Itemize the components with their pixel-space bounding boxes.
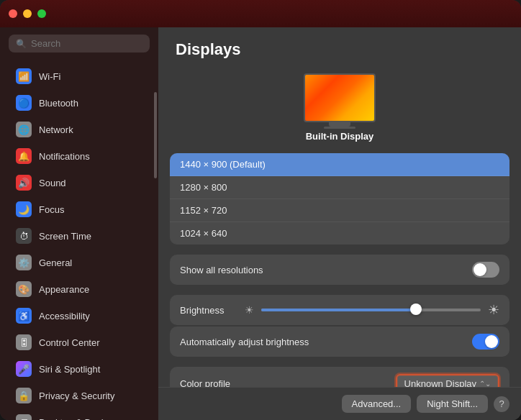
resolution-item[interactable]: 1152 × 720 xyxy=(170,199,509,222)
show-all-toggle-thumb xyxy=(474,263,486,276)
sidebar-icon-siri: 🎤 xyxy=(16,361,32,377)
settings-panel: Built-in Display 1440 × 900 (Default)128… xyxy=(158,66,521,387)
sidebar-label-notifications: Notifications xyxy=(39,151,90,162)
sidebar-item-desktop[interactable]: 🖥 Desktop & Dock xyxy=(6,409,153,420)
sidebar-icon-focus: 🌙 xyxy=(16,201,32,217)
sidebar-item-privacy[interactable]: 🔒 Privacy & Security xyxy=(6,383,153,408)
sidebar-label-focus: Focus xyxy=(39,204,64,215)
sidebar-label-bluetooth: Bluetooth xyxy=(39,98,78,109)
sidebar-item-focus[interactable]: 🌙 Focus xyxy=(6,196,153,222)
sidebar-icon-desktop: 🖥 xyxy=(16,414,32,420)
auto-brightness-toggle[interactable] xyxy=(472,334,499,350)
sidebar-label-wifi: Wi-Fi xyxy=(39,71,60,82)
brightness-high-icon: ☀ xyxy=(488,302,499,318)
resolution-section: 1440 × 900 (Default)1280 × 8001152 × 720… xyxy=(170,153,509,245)
search-icon: 🔍 xyxy=(16,39,27,49)
brightness-thumb[interactable] xyxy=(410,303,422,315)
sidebar-icon-bluetooth: 🔵 xyxy=(16,95,32,111)
sidebar-item-notifications[interactable]: 🔔 Notifications xyxy=(6,143,153,169)
sidebar-label-desktop: Desktop & Dock xyxy=(39,417,106,421)
scroll-track xyxy=(153,70,157,420)
search-box[interactable]: 🔍 xyxy=(9,35,150,52)
sidebar-item-siri[interactable]: 🎤 Siri & Spotlight xyxy=(6,356,153,382)
sidebar-label-control: Control Center xyxy=(39,337,100,348)
sidebar-item-wifi[interactable]: 📶 Wi-Fi xyxy=(6,63,153,89)
search-input[interactable] xyxy=(31,38,142,49)
sidebar-label-appearance: Appearance xyxy=(39,284,89,295)
auto-brightness-thumb xyxy=(485,335,498,348)
sidebar-icon-appearance: 🎨 xyxy=(16,281,32,297)
sidebar-label-general: General xyxy=(39,257,72,268)
sidebar-item-accessibility[interactable]: ♿ Accessibility xyxy=(6,303,153,329)
sidebar-item-bluetooth[interactable]: 🔵 Bluetooth xyxy=(6,90,153,116)
display-label: Built-in Display xyxy=(306,131,374,142)
sidebar-item-general[interactable]: ⚙️ General xyxy=(6,250,153,275)
bottom-bar: Advanced... Night Shift... ? xyxy=(158,387,521,420)
display-preview: Built-in Display xyxy=(170,66,509,153)
sidebar-icon-wifi: 📶 xyxy=(16,68,32,84)
title-bar xyxy=(0,0,521,27)
sidebar-icon-control: 🎛 xyxy=(16,334,32,350)
sidebar-label-accessibility: Accessibility xyxy=(39,311,90,321)
chevron-icon: ⌃⌄ xyxy=(479,380,491,387)
color-profile-dropdown[interactable]: Unknown Display ⌃⌄ xyxy=(396,374,499,387)
show-all-label: Show all resolutions xyxy=(180,265,263,275)
sidebar-icon-general: ⚙️ xyxy=(16,255,32,270)
sidebar-label-network: Network xyxy=(39,124,73,135)
color-profile-row: Color profile Unknown Display ⌃⌄ xyxy=(170,367,509,387)
sidebar-icon-notifications: 🔔 xyxy=(16,148,32,164)
brightness-low-icon: ☀ xyxy=(245,304,254,316)
sidebar-icon-privacy: 🔒 xyxy=(16,388,32,403)
brightness-fill xyxy=(261,309,415,311)
content-panel: Displays Built-in Display 1440 × 900 (De… xyxy=(158,27,521,420)
advanced-button[interactable]: Advanced... xyxy=(342,395,412,413)
page-title: Displays xyxy=(176,40,504,59)
brightness-slider[interactable] xyxy=(261,309,481,311)
sidebar-item-appearance[interactable]: 🎨 Appearance xyxy=(6,276,153,302)
brightness-row: Brightness ☀ ☀ xyxy=(170,295,509,325)
main-window: 🔍 📶 Wi-Fi 🔵 Bluetooth 🌐 Network 🔔 Notifi… xyxy=(0,0,521,420)
sidebar-icon-screentime: ⏱ xyxy=(16,228,32,244)
color-profile-value-text: Unknown Display xyxy=(404,378,476,387)
close-button[interactable] xyxy=(9,9,17,18)
sidebar-icon-accessibility: ♿ xyxy=(16,308,32,324)
content-header: Displays xyxy=(158,27,521,66)
sidebar-label-screentime: Screen Time xyxy=(39,231,91,242)
auto-brightness-row: Automatically adjust brightness xyxy=(170,327,509,357)
sidebar-icon-network: 🌐 xyxy=(16,122,32,137)
sidebar-label-siri: Siri & Spotlight xyxy=(39,364,100,375)
main-layout: 🔍 📶 Wi-Fi 🔵 Bluetooth 🌐 Network 🔔 Notifi… xyxy=(0,27,521,420)
sidebar: 🔍 📶 Wi-Fi 🔵 Bluetooth 🌐 Network 🔔 Notifi… xyxy=(0,27,158,420)
scroll-thumb xyxy=(154,92,157,178)
sidebar-item-network[interactable]: 🌐 Network xyxy=(6,117,153,142)
night-shift-button[interactable]: Night Shift... xyxy=(417,395,488,413)
minimize-button[interactable] xyxy=(23,9,32,18)
maximize-button[interactable] xyxy=(37,9,46,18)
help-button[interactable]: ? xyxy=(494,396,509,412)
sidebar-item-control[interactable]: 🎛 Control Center xyxy=(6,329,153,355)
monitor-screen xyxy=(304,73,376,122)
brightness-label: Brightness xyxy=(180,305,237,316)
auto-brightness-label: Automatically adjust brightness xyxy=(180,337,309,347)
show-all-resolutions-row: Show all resolutions xyxy=(170,255,509,285)
sidebar-item-screentime[interactable]: ⏱ Screen Time xyxy=(6,223,153,249)
resolution-item[interactable]: 1440 × 900 (Default) xyxy=(170,153,509,176)
sidebar-icon-sound: 🔊 xyxy=(16,175,32,191)
monitor-container xyxy=(304,73,376,125)
color-profile-label: Color profile xyxy=(180,378,230,387)
search-container: 🔍 xyxy=(0,27,158,60)
sidebar-label-sound: Sound xyxy=(39,178,66,188)
sidebar-list: 📶 Wi-Fi 🔵 Bluetooth 🌐 Network 🔔 Notifica… xyxy=(0,60,158,420)
show-all-toggle[interactable] xyxy=(472,262,499,278)
sidebar-item-sound[interactable]: 🔊 Sound xyxy=(6,170,153,196)
resolution-item[interactable]: 1024 × 640 xyxy=(170,222,509,245)
resolution-item[interactable]: 1280 × 800 xyxy=(170,176,509,199)
monitor-base xyxy=(324,127,355,129)
traffic-lights xyxy=(9,9,46,18)
sidebar-label-privacy: Privacy & Security xyxy=(39,391,114,401)
